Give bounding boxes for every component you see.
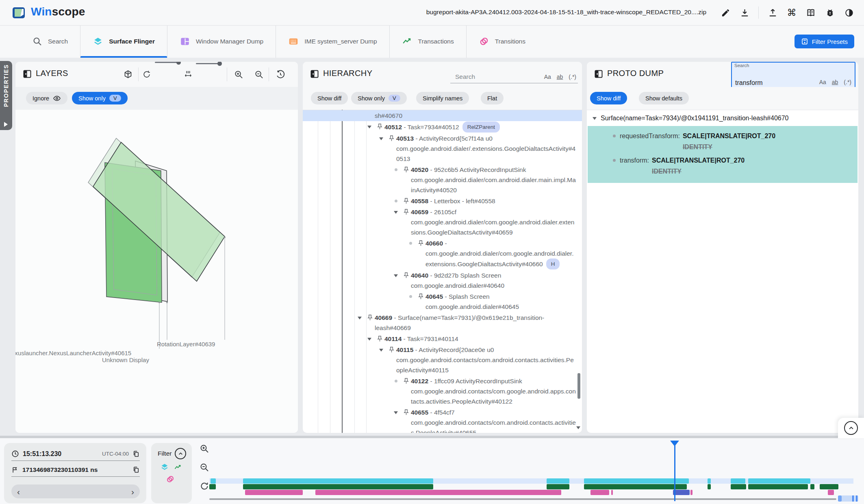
trace-segment[interactable] — [673, 490, 690, 495]
trace-segment[interactable] — [211, 478, 216, 484]
tree-node[interactable]: 40115 - ActivityRecord{20ace0e u0 com.go… — [303, 344, 582, 376]
expand-arrow-icon[interactable] — [364, 334, 375, 343]
tree-node[interactable]: 40513 - ActivityRecord{5c7f14a u0 com.go… — [303, 133, 582, 164]
tab-transactions[interactable]: Transactions — [389, 25, 466, 58]
proto-property[interactable]: transform:SCALE|TRANSLATE|ROT_270IDENTIT… — [588, 154, 857, 178]
tab-transitions[interactable]: Transitions — [466, 25, 538, 58]
tree-node[interactable]: 40114 - Task=7931#40114 — [303, 333, 582, 344]
expand-timeline-button[interactable] — [844, 421, 858, 435]
trace-segment[interactable] — [243, 484, 433, 489]
flat-button[interactable]: Flat — [481, 92, 504, 104]
timeline-track-surface-flinger[interactable] — [209, 478, 853, 484]
trace-segment[interactable] — [748, 478, 810, 484]
show-defaults-button[interactable]: Show defaults — [639, 92, 689, 104]
copy-icon[interactable] — [132, 466, 140, 474]
trace-segment[interactable] — [731, 478, 745, 484]
tree-node[interactable]: 40122 - 1ffcc09 ActivityRecordInputSink … — [303, 376, 582, 407]
shortcuts-icon[interactable]: ⌘ — [786, 7, 797, 18]
report-bug-icon[interactable] — [825, 7, 835, 18]
whole-word-icon[interactable]: ab — [557, 74, 563, 80]
expand-timeline-card[interactable] — [838, 418, 864, 438]
pin-icon[interactable] — [401, 407, 411, 416]
whole-word-icon[interactable]: ab — [832, 79, 838, 85]
pin-icon[interactable] — [386, 133, 396, 142]
expand-arrow-icon[interactable] — [354, 313, 365, 322]
ignore-button[interactable]: Ignore — [26, 92, 67, 104]
regex-icon[interactable]: (.*) — [844, 79, 851, 85]
download-icon[interactable] — [739, 7, 750, 18]
trace-segment[interactable] — [611, 490, 613, 495]
collapse-filter-button[interactable] — [175, 448, 186, 459]
transitions-icon[interactable] — [166, 475, 175, 484]
trace-segment[interactable] — [584, 484, 687, 489]
pin-icon[interactable] — [386, 345, 396, 353]
pin-icon[interactable] — [401, 376, 411, 385]
zoom-out-icon[interactable] — [200, 463, 209, 472]
pin-icon[interactable] — [401, 196, 411, 204]
zoom-in-icon[interactable] — [200, 444, 209, 454]
tree-node[interactable]: 40645 - Splash Screen com.google.android… — [303, 291, 582, 312]
tree-node[interactable]: 40520 - 952c6b5 ActivityRecordInputSink … — [303, 164, 582, 196]
trace-segment[interactable] — [547, 478, 569, 484]
show-only-button[interactable]: Show only V — [72, 92, 128, 104]
minimap-handle[interactable] — [838, 495, 842, 502]
zoom-out-icon[interactable] — [254, 62, 264, 87]
filter-presets-button[interactable]: Filter Presets — [795, 35, 854, 48]
dark-mode-icon[interactable] — [844, 7, 854, 18]
zoom-in-icon[interactable] — [234, 62, 243, 87]
trace-segment[interactable] — [547, 484, 569, 489]
scrollbar-thumb[interactable] — [577, 373, 580, 399]
tree-node[interactable]: 40669 - Surface(name=Task=7931)/@0x619e2… — [303, 312, 582, 333]
proto-property[interactable]: requestedTransform:SCALE|TRANSLATE|ROT_2… — [588, 129, 857, 154]
trace-segment[interactable] — [708, 478, 711, 484]
tab-ime-dump[interactable]: IME system_server Dump — [276, 25, 389, 58]
match-case-icon[interactable]: Aa — [819, 79, 826, 85]
scroll-down-icon[interactable] — [576, 426, 580, 431]
expand-arrow-icon[interactable] — [391, 207, 401, 216]
reset-zoom-icon[interactable] — [200, 481, 209, 491]
frame-nav[interactable]: ‹ › — [11, 484, 140, 498]
reset-view-icon[interactable] — [276, 62, 285, 87]
tree-node[interactable]: 40640 - 9d2d27b Splash Screen com.google… — [303, 270, 582, 291]
trace-segment[interactable] — [690, 490, 693, 495]
tab-window-manager[interactable]: Window Manager Dump — [167, 25, 276, 58]
pin-icon[interactable] — [401, 207, 411, 215]
minimap-handle[interactable] — [852, 495, 854, 502]
prev-frame-icon[interactable]: ‹ — [17, 487, 20, 496]
trace-segment[interactable] — [590, 490, 609, 495]
tab-surface-flinger[interactable]: Surface Flinger — [80, 25, 167, 58]
trace-segment[interactable] — [731, 484, 746, 489]
tree-node[interactable]: 40558 - Letterbox - left#40558 — [303, 196, 582, 206]
tree-node[interactable]: sh#40670 — [303, 110, 582, 121]
expand-arrow-icon[interactable] — [376, 133, 386, 142]
trace-segment[interactable] — [584, 478, 689, 484]
tree-node[interactable]: 40512 - Task=7934#40512RelZParent — [303, 121, 582, 133]
trace-segment[interactable] — [708, 484, 711, 489]
trace-segment[interactable] — [828, 490, 834, 495]
documentation-icon[interactable] — [805, 7, 816, 18]
expand-arrow-icon[interactable] — [391, 270, 401, 279]
timeline-track-transitions[interactable] — [209, 490, 853, 495]
layers-3d-canvas[interactable]: RotationLayer#40639 exuslauncher.NexusLa… — [15, 110, 298, 433]
show-only-button[interactable]: Show only V — [351, 92, 407, 104]
tab-search[interactable]: Search — [20, 25, 80, 58]
proto-search-input[interactable] — [734, 79, 805, 87]
expand-arrow-icon[interactable] — [593, 117, 597, 122]
trace-segment[interactable] — [748, 484, 808, 489]
trace-segment[interactable] — [810, 484, 814, 489]
timeline-cursor[interactable] — [674, 445, 675, 501]
proto-root-node[interactable]: Surface(name=Task=7934)/@0x1941191_trans… — [587, 110, 858, 124]
pin-icon[interactable] — [416, 238, 425, 247]
minimap-handle[interactable] — [856, 495, 857, 502]
trace-segment[interactable] — [245, 490, 303, 495]
edit-icon[interactable] — [720, 7, 731, 18]
trace-segment[interactable] — [820, 484, 838, 489]
transactions-icon[interactable] — [174, 463, 182, 471]
show-diff-button[interactable]: Show diff — [590, 92, 627, 104]
expand-arrow-icon[interactable] — [391, 407, 401, 416]
upload-icon[interactable] — [767, 7, 778, 18]
spacing-slider[interactable] — [196, 63, 220, 64]
trace-segment[interactable] — [315, 490, 561, 495]
trace-segment[interactable] — [243, 478, 433, 484]
layers-icon[interactable] — [160, 463, 169, 471]
